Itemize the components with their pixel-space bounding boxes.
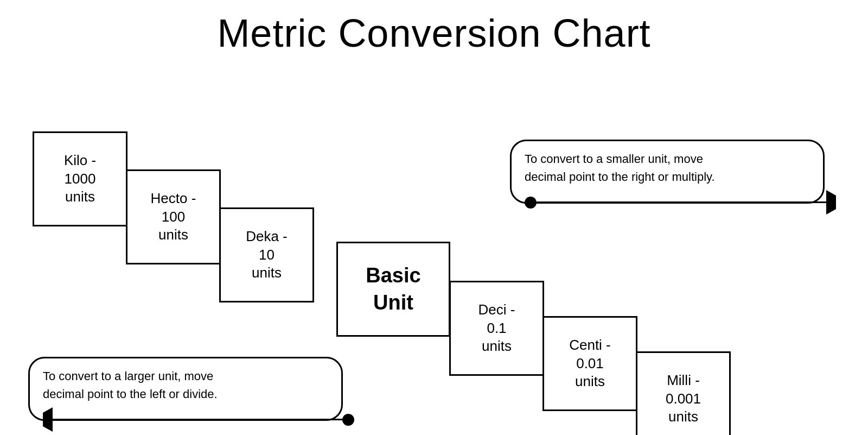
unit-box-basic: BasicUnit (336, 242, 450, 337)
info-larger-text: To convert to a larger unit, move decima… (43, 367, 328, 403)
unit-box-deci: Deci -0.1units (449, 281, 544, 376)
unit-box-milli: Milli -0.001units (636, 351, 731, 435)
page-title: Metric Conversion Chart (0, 0, 868, 61)
unit-box-deka: Deka -10units (219, 207, 314, 302)
arrow-dot-right (525, 197, 537, 209)
chart-area: Kilo -1000units Hecto -100units Deka -10… (0, 61, 868, 430)
arrow-right (525, 193, 836, 211)
arrow-left (43, 411, 354, 428)
arrow-dot-left (342, 414, 354, 426)
info-smaller-text: To convert to a smaller unit, move decim… (525, 150, 810, 186)
arrow-shaft-left (53, 419, 342, 420)
arrow-head-right-icon (826, 193, 836, 211)
info-box-smaller: To convert to a smaller unit, move decim… (510, 140, 825, 204)
info-box-larger: To convert to a larger unit, move decima… (28, 357, 343, 421)
unit-box-kilo: Kilo -1000units (33, 131, 127, 226)
arrow-shaft-right (537, 201, 826, 203)
arrow-head-left-icon (43, 411, 53, 428)
unit-box-hecto: Hecto -100units (126, 169, 221, 264)
unit-box-centi: Centi -0.01units (542, 316, 637, 411)
